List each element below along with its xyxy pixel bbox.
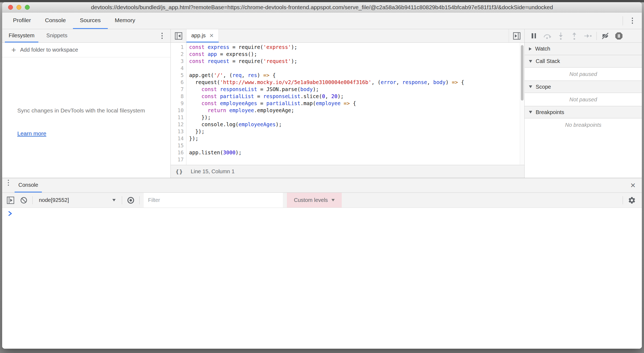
console-toolbar: node[92552] Custom levels [2, 193, 642, 208]
line-number[interactable]: 11 [171, 114, 186, 121]
line-number[interactable]: 8 [171, 93, 186, 100]
disclosure-triangle-icon [529, 111, 532, 114]
create-live-expression-button[interactable] [126, 196, 135, 205]
breakpoints-content: No breakpoints [525, 118, 642, 131]
log-levels-dropdown[interactable]: Custom levels [287, 193, 342, 208]
tab-console[interactable]: Console [38, 12, 73, 29]
console-filter-input[interactable] [144, 193, 283, 208]
step-out-button[interactable] [569, 31, 579, 41]
code-editor[interactable]: 1234567891011121314151617 const express … [171, 43, 524, 165]
pretty-print-button[interactable]: {} [176, 168, 183, 175]
close-window-button[interactable] [8, 5, 13, 10]
line-number[interactable]: 7 [171, 86, 186, 93]
code-line: const express = require('express'); [189, 44, 519, 51]
chevron-down-icon [331, 199, 335, 201]
context-label: node[92552] [39, 197, 69, 203]
tab-memory[interactable]: Memory [108, 12, 142, 29]
editor-pane: app.js × 1234567891011121314151617 const… [171, 29, 525, 178]
zoom-window-button[interactable] [25, 5, 30, 10]
drawer-header: Console × [2, 178, 642, 193]
pause-on-exceptions-button[interactable] [614, 31, 624, 41]
learn-more-link[interactable]: Learn more [17, 130, 170, 137]
section-label: Watch [535, 46, 550, 52]
navigator-sidebar: Filesystem Snippets + Add folder to work… [2, 29, 171, 178]
line-number[interactable]: 2 [171, 51, 186, 58]
section-scope[interactable]: Scope [525, 81, 642, 93]
line-number[interactable]: 3 [171, 58, 186, 65]
section-call-stack[interactable]: Call Stack [525, 55, 642, 68]
execution-context-selector[interactable]: node[92552] [37, 197, 118, 203]
console-prompt[interactable] [2, 208, 642, 349]
main-menu-kebab-icon[interactable] [628, 16, 637, 25]
deactivate-breakpoints-button[interactable] [601, 31, 610, 41]
scrollbar-thumb[interactable] [521, 45, 524, 101]
toolbar-separator [623, 196, 623, 204]
pause-script-button[interactable] [529, 31, 539, 41]
code-line: }); [189, 128, 519, 135]
add-folder-button[interactable]: + Add folder to workspace [2, 43, 170, 57]
devtools-window: devtools://devtools/bundled/js_app.html?… [2, 2, 642, 349]
show-console-sidebar-button[interactable] [6, 196, 15, 205]
editor-scrollbar[interactable] [520, 43, 524, 165]
console-sidebar-icon [7, 197, 14, 204]
step-button[interactable] [583, 31, 593, 41]
section-label: Breakpoints [536, 109, 564, 115]
call-stack-content: Not paused [525, 68, 642, 81]
section-label: Call Stack [536, 58, 560, 64]
line-number[interactable]: 14 [171, 135, 186, 142]
minimize-window-button[interactable] [16, 5, 21, 10]
disclosure-triangle-icon [529, 85, 532, 88]
code-line: app.listen(3000); [189, 149, 519, 156]
tab-sources[interactable]: Sources [73, 12, 108, 29]
file-tab-label: app.js [191, 32, 206, 39]
code-line: const request = require('request'); [189, 58, 519, 65]
code-line: const employeeAges = partialList.map(emp… [189, 100, 519, 107]
line-number[interactable]: 4 [171, 65, 186, 72]
drawer-menu-kebab-icon[interactable] [2, 178, 15, 187]
section-watch[interactable]: Watch [525, 43, 642, 55]
toggle-debugger-sidebar-button[interactable] [509, 29, 524, 42]
disclosure-triangle-icon [529, 60, 532, 63]
code-line: const app = express(); [189, 51, 519, 58]
line-number[interactable]: 17 [171, 156, 186, 164]
close-tab-icon[interactable]: × [209, 32, 213, 39]
tab-profiler[interactable]: Profiler [6, 12, 38, 29]
editor-gutter: 1234567891011121314151617 [171, 43, 186, 165]
line-number[interactable]: 10 [171, 107, 186, 114]
console-settings-button[interactable] [627, 196, 636, 205]
line-number[interactable]: 9 [171, 100, 186, 107]
sync-info-text: Sync changes in DevTools with the local … [17, 105, 152, 116]
tab-filesystem[interactable]: Filesystem [5, 29, 38, 42]
drawer-tab-console[interactable]: Console [15, 178, 42, 192]
console-toolbar-right [623, 196, 638, 205]
log-levels-label: Custom levels [294, 197, 328, 203]
line-number[interactable]: 16 [171, 149, 186, 156]
file-tab-appjs[interactable]: app.js × [186, 29, 219, 42]
line-number[interactable]: 5 [171, 72, 186, 79]
editor-code: const express = require('express');const… [186, 43, 524, 165]
deactivate-breakpoints-icon [601, 32, 609, 40]
navigator-menu-kebab-icon[interactable] [157, 31, 167, 41]
line-number[interactable]: 6 [171, 79, 186, 86]
code-line: }); [189, 135, 519, 142]
tab-snippets[interactable]: Snippets [43, 29, 71, 42]
sources-panel: Filesystem Snippets + Add folder to work… [2, 29, 642, 178]
pause-icon [532, 33, 536, 38]
toolbar-separator [596, 32, 597, 40]
code-line: request('http://www.mocky.io/v2/5e1a9abe… [189, 79, 519, 86]
code-line [189, 156, 519, 164]
line-number[interactable]: 15 [171, 142, 186, 149]
step-into-button[interactable] [556, 31, 566, 41]
code-line: const responseList = JSON.parse(body); [189, 86, 519, 93]
line-number[interactable]: 12 [171, 121, 186, 128]
section-breakpoints[interactable]: Breakpoints [525, 106, 642, 118]
clear-console-button[interactable] [19, 196, 28, 205]
panel-right-icon [513, 32, 521, 40]
step-over-button[interactable] [542, 31, 552, 41]
line-number[interactable]: 1 [171, 44, 186, 51]
toggle-navigator-button[interactable] [171, 29, 186, 42]
line-number[interactable]: 13 [171, 128, 186, 135]
title-bar[interactable]: devtools://devtools/bundled/js_app.html?… [2, 2, 642, 12]
navigator-tab-bar: Filesystem Snippets [2, 29, 170, 43]
close-drawer-icon[interactable]: × [624, 178, 642, 192]
